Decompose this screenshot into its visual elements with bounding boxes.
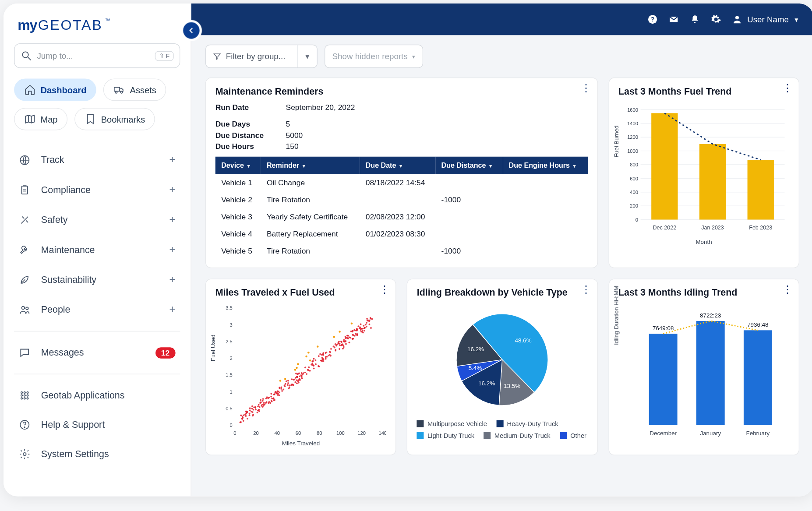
chevron-down-icon[interactable]: ▾ xyxy=(297,45,317,67)
svg-point-111 xyxy=(280,388,282,390)
quick-assets[interactable]: Assets xyxy=(103,79,166,101)
svg-text:Jan 2023: Jan 2023 xyxy=(701,225,724,231)
card-menu-button[interactable]: ⋮ xyxy=(581,288,590,291)
label: Run Date xyxy=(215,102,286,111)
svg-point-201 xyxy=(249,409,251,411)
nav-geotab-apps-label: Geotab Applications xyxy=(41,390,125,401)
nav-maintenance[interactable]: Maintenance + xyxy=(14,236,180,263)
card-menu-button[interactable]: ⋮ xyxy=(782,288,791,291)
nav-geotab-apps[interactable]: Geotab Applications xyxy=(14,383,180,409)
expand-icon[interactable]: + xyxy=(169,183,176,196)
svg-point-338 xyxy=(297,363,299,365)
apps-grid-icon xyxy=(19,390,31,402)
mail-icon[interactable] xyxy=(669,14,679,25)
quick-bookmarks[interactable]: Bookmarks xyxy=(74,108,155,130)
jump-to-search[interactable]: Jump to... ⇧F xyxy=(14,43,180,68)
svg-point-241 xyxy=(352,338,354,339)
svg-point-240 xyxy=(273,399,275,401)
nav-safety-label: Safety xyxy=(41,215,68,225)
table-row[interactable]: Vehicle 2Tire Rotation-1000 xyxy=(215,191,588,208)
svg-point-148 xyxy=(328,355,329,356)
svg-point-323 xyxy=(349,336,350,338)
col-reminder[interactable]: Reminder▼ xyxy=(261,157,360,174)
cell: Tire Rotation xyxy=(261,242,360,259)
svg-point-268 xyxy=(337,342,339,344)
card-title: Last 3 Months Fuel Trend xyxy=(618,86,789,97)
svg-point-149 xyxy=(247,418,248,419)
truck-icon xyxy=(113,84,125,96)
svg-text:3.5: 3.5 xyxy=(226,305,233,310)
table-row[interactable]: Vehicle 1Oil Change08/18/2022 14:54 xyxy=(215,174,588,191)
nav-compliance[interactable]: Compliance + xyxy=(14,176,180,203)
svg-point-187 xyxy=(280,387,282,388)
svg-point-214 xyxy=(240,415,242,416)
svg-point-207 xyxy=(252,415,254,416)
table-row[interactable]: Vehicle 4Battery Replacement01/02/2023 0… xyxy=(215,226,588,243)
sidebar-collapse-button[interactable] xyxy=(181,20,202,41)
quick-links: Dashboard Assets Map Bookmarks xyxy=(14,79,180,130)
cell xyxy=(360,242,435,259)
filter-by-group[interactable]: Filter by group... ▾ xyxy=(205,45,318,68)
table-row[interactable]: Vehicle 5Tire Rotation-1000 xyxy=(215,242,588,259)
expand-icon[interactable]: + xyxy=(169,273,176,285)
nav-messages[interactable]: Messages 12 xyxy=(14,340,180,366)
svg-point-159 xyxy=(326,356,328,358)
chevron-down-icon: ▼ xyxy=(794,16,799,23)
svg-point-281 xyxy=(346,337,347,338)
nav-sustainability[interactable]: Sustainability + xyxy=(14,266,180,293)
svg-point-83 xyxy=(318,355,320,357)
svg-point-331 xyxy=(294,369,296,370)
svg-point-97 xyxy=(306,373,307,375)
svg-point-320 xyxy=(258,404,260,405)
svg-point-254 xyxy=(336,344,338,345)
col-due-date[interactable]: Due Date▼ xyxy=(360,157,435,174)
svg-point-181 xyxy=(307,369,309,371)
legend-item: Other xyxy=(560,432,586,439)
svg-point-134 xyxy=(309,370,311,372)
quick-dashboard[interactable]: Dashboard xyxy=(14,79,96,101)
svg-point-144 xyxy=(370,317,371,319)
card-menu-button[interactable]: ⋮ xyxy=(379,288,388,291)
nav-people[interactable]: People + xyxy=(14,296,180,323)
expand-icon[interactable]: + xyxy=(169,154,176,166)
svg-point-247 xyxy=(281,390,283,392)
svg-rect-344 xyxy=(649,334,677,425)
nav-safety[interactable]: Safety + xyxy=(14,207,180,233)
card-title: Miles Traveled x Fuel Used xyxy=(215,288,386,298)
svg-text:January: January xyxy=(700,430,721,437)
cell: -1000 xyxy=(435,242,503,259)
quick-map[interactable]: Map xyxy=(14,108,67,130)
svg-point-182 xyxy=(302,372,304,374)
svg-point-280 xyxy=(257,412,258,413)
nav-track[interactable]: Track + xyxy=(14,147,180,173)
svg-text:80: 80 xyxy=(317,430,322,436)
svg-point-78 xyxy=(257,405,259,407)
card-menu-button[interactable]: ⋮ xyxy=(581,86,590,90)
table-row[interactable]: Vehicle 3Yearly Safety Certificate02/08/… xyxy=(215,208,588,226)
svg-point-244 xyxy=(301,372,303,374)
col-due-engine-hours[interactable]: Due Engine Hours▼ xyxy=(503,157,588,174)
svg-point-205 xyxy=(296,382,298,384)
nav-help[interactable]: Help & Support xyxy=(14,412,180,438)
svg-point-210 xyxy=(330,355,332,357)
card-menu-button[interactable]: ⋮ xyxy=(782,86,791,90)
expand-icon[interactable]: + xyxy=(169,303,176,316)
user-menu[interactable]: User Name ▼ xyxy=(732,14,799,25)
svg-rect-347 xyxy=(696,321,724,425)
svg-point-89 xyxy=(299,376,300,377)
nav-system-settings[interactable]: System Settings xyxy=(14,441,180,467)
help-icon[interactable]: ? xyxy=(647,14,658,25)
svg-point-179 xyxy=(345,343,347,345)
expand-icon[interactable]: + xyxy=(169,243,176,256)
col-due-distance[interactable]: Due Distance▼ xyxy=(435,157,503,174)
show-hidden-reports[interactable]: Show hidden reports ▾ xyxy=(325,45,423,68)
col-device[interactable]: Device▼ xyxy=(215,157,261,174)
cell xyxy=(435,174,503,191)
svg-point-231 xyxy=(263,402,265,404)
bell-icon[interactable] xyxy=(690,14,700,25)
svg-point-26 xyxy=(735,16,739,19)
svg-point-118 xyxy=(287,382,289,384)
svg-text:100: 100 xyxy=(336,430,345,436)
gear-icon[interactable] xyxy=(711,14,721,25)
expand-icon[interactable]: + xyxy=(169,214,176,226)
